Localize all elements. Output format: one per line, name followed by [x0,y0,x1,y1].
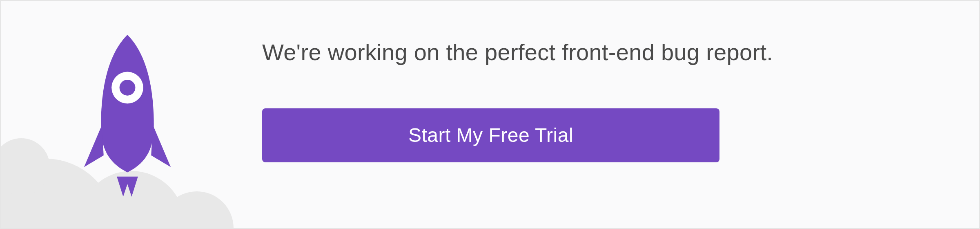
rocket-icon [74,29,180,209]
svg-point-1 [120,80,136,96]
start-free-trial-button[interactable]: Start My Free Trial [262,108,719,162]
headline: We're working on the perfect front-end b… [262,38,942,67]
banner-content: We're working on the perfect front-end b… [262,38,942,162]
promo-banner: We're working on the perfect front-end b… [0,0,980,229]
